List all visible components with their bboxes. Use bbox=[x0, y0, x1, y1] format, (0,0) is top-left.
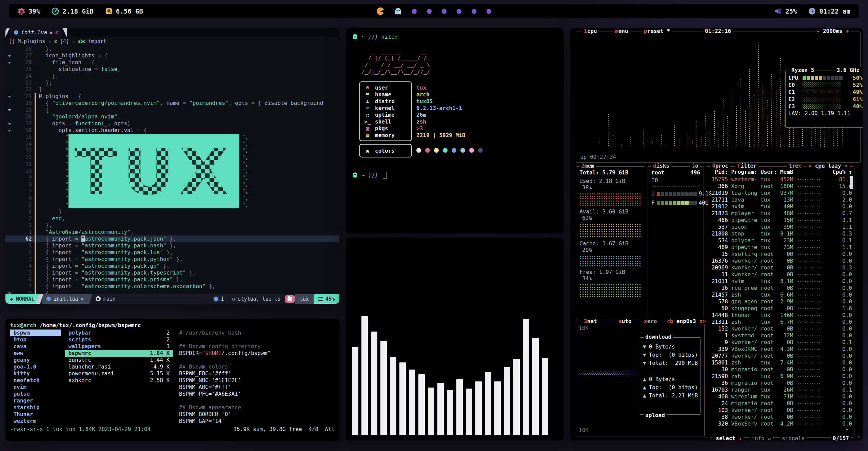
parent-dir-item[interactable]: goa-1.0 bbox=[10, 363, 61, 370]
parent-dir-item[interactable]: eww bbox=[10, 350, 61, 357]
filter-button[interactable]: filter bbox=[735, 163, 758, 169]
tab-close-icon[interactable]: ✗ bbox=[55, 29, 58, 36]
workspace-indicators bbox=[377, 7, 491, 15]
process-row[interactable]: 21311zshtux6.7M0.0 bbox=[708, 319, 852, 325]
process-row[interactable]: 1systemdroot12M0.0 bbox=[708, 332, 852, 339]
process-row[interactable]: 16376kworker/root0B0.0 bbox=[708, 258, 852, 264]
process-row[interactable]: 15ksoftirqroot0B0.0 bbox=[708, 251, 852, 258]
parent-dir-item[interactable]: neofetch bbox=[10, 377, 61, 384]
process-row[interactable]: 578gpg-agenroot2.9M0.0 bbox=[708, 298, 852, 305]
process-row[interactable]: 15795wezterm-tux452M81.7 bbox=[708, 176, 852, 183]
color-dot bbox=[478, 148, 483, 153]
file-list-item[interactable]: scripts2 bbox=[65, 336, 173, 343]
shell-prompt-empty[interactable]: ~ ))) bbox=[352, 171, 557, 179]
workspace-dot[interactable] bbox=[412, 9, 417, 14]
file-list-item[interactable]: polybar2 bbox=[65, 330, 173, 336]
io-mode-button[interactable]: io bbox=[690, 163, 700, 169]
gear-icon: ⚙ bbox=[232, 296, 235, 302]
process-row[interactable]: 320VBoxServroot4.2M0.0 bbox=[708, 420, 852, 427]
code-line: 1 { import = "astrocommunity.pack.bash" … bbox=[5, 242, 339, 249]
parent-dir-item[interactable]: nvim bbox=[10, 384, 61, 391]
update-interval[interactable]: - 2000ms + bbox=[815, 28, 851, 34]
disks-box-title: disks bbox=[651, 163, 671, 169]
code-editor[interactable]: 28 },27 icon_highlights = {26 file_icon … bbox=[5, 45, 339, 294]
process-row[interactable]: 16rcu_preeroot0B0.0 bbox=[708, 285, 852, 292]
file-list-item[interactable]: sxhkdrc2.58 K bbox=[65, 377, 173, 384]
net-auto-button[interactable]: auto bbox=[617, 318, 633, 324]
process-row[interactable]: 537picomtux39M1.1 bbox=[708, 224, 852, 230]
parent-dir-item[interactable]: ranger bbox=[10, 397, 61, 404]
pacman-workspace-icon[interactable] bbox=[377, 7, 384, 15]
diagnostics-count[interactable]: 1 bbox=[210, 296, 228, 302]
process-row[interactable]: 366Xorgroot180M15.6 bbox=[708, 183, 852, 190]
workspace-dot[interactable] bbox=[487, 9, 491, 14]
process-row[interactable]: 36migratioroot0B0.0 bbox=[708, 380, 852, 387]
process-row[interactable]: 50khugepagroot0B1.6 bbox=[708, 305, 852, 312]
process-row[interactable]: 21457zshtux6.6M0.0 bbox=[708, 292, 852, 298]
scroll-up-icon[interactable]: ↑ bbox=[857, 433, 861, 440]
parent-dir-item[interactable]: pulse bbox=[10, 391, 61, 397]
download-stat: ▼Top: (0 bitps) bbox=[640, 351, 701, 359]
process-row[interactable]: 21019lua-langtux937M0.0 bbox=[708, 190, 852, 196]
process-row[interactable]: 24migratioroot0B0.0 bbox=[708, 400, 852, 407]
workspace-dot[interactable] bbox=[442, 9, 447, 14]
parent-dir-item[interactable]: geany bbox=[10, 357, 61, 363]
process-row[interactable]: 534polybartux23M0.1 bbox=[708, 237, 852, 244]
process-row[interactable]: 152kworker/root0B0.0 bbox=[708, 325, 852, 332]
file-list-item[interactable]: powermenu.rasi5.15 K bbox=[65, 370, 173, 377]
process-row[interactable]: 21012nvimtux40M0.0 bbox=[708, 203, 852, 210]
parent-dir-item[interactable]: starship bbox=[10, 404, 61, 411]
process-row[interactable]: 21011nvimtux8.1M0.0 bbox=[708, 278, 852, 285]
parent-dir-item[interactable]: cava bbox=[10, 343, 61, 350]
process-row[interactable]: 30migratioroot0B0.0 bbox=[708, 366, 852, 373]
parent-dir-item[interactable]: btop bbox=[10, 336, 61, 343]
parent-dir-item[interactable]: bspwm bbox=[10, 330, 61, 336]
process-row[interactable]: 11kworker/root0B0.0 bbox=[708, 271, 852, 278]
process-row[interactable]: 15801zshtux7.4M0.0 bbox=[708, 359, 852, 366]
menu-button[interactable]: menu bbox=[613, 28, 630, 34]
scroll-down-icon[interactable]: ↓ bbox=[845, 425, 849, 431]
workspace-dot[interactable] bbox=[457, 9, 461, 14]
process-row[interactable]: 339VBoxDRMCroot4.3M0.0 bbox=[708, 346, 852, 353]
info-button[interactable]: info ↵ bbox=[750, 435, 773, 440]
process-row[interactable]: 466pipewiretux15M3.1 bbox=[708, 217, 852, 224]
file-list-item[interactable]: launcher.rasi4.9 K bbox=[65, 363, 173, 370]
process-row[interactable]: 9kworker/root0B0.1 bbox=[708, 339, 852, 346]
preset-button[interactable]: preset * bbox=[642, 28, 672, 34]
scrollbar[interactable] bbox=[850, 176, 853, 189]
ghost-workspace-icon[interactable] bbox=[394, 7, 402, 15]
process-row[interactable]: 21711cavatux13M2.0 bbox=[708, 196, 852, 203]
workspace-dot[interactable] bbox=[427, 9, 432, 14]
process-row[interactable]: 20777kworker/root0B0.0 bbox=[708, 353, 852, 359]
tab-init-lua[interactable]: init.lua ● ✗ bbox=[10, 28, 62, 37]
net-interface-selector[interactable]: <b enp0s3 n> bbox=[665, 318, 708, 324]
nitch-terminal-window[interactable]: ~ ))) nitch _ ___ __ __ / |/ (_) /_____/… bbox=[346, 28, 564, 233]
file-list-item[interactable]: dunstrc1.44 K bbox=[65, 357, 173, 363]
workspace-dot[interactable] bbox=[472, 9, 476, 14]
signals-button[interactable]: signals bbox=[780, 435, 806, 440]
parent-dir-item[interactable]: Thunar bbox=[10, 411, 61, 418]
process-row[interactable]: 21808btoptux8.1M0.3 bbox=[708, 230, 852, 237]
file-list-item[interactable]: bspwmrc1.84 K bbox=[65, 350, 173, 357]
file-list-item[interactable]: wallpapers3 bbox=[65, 343, 173, 350]
git-branch[interactable]: main bbox=[91, 294, 120, 304]
process-row[interactable]: 16703rangertux26M0.1 bbox=[708, 387, 852, 393]
process-table-header[interactable]: Pid:Program:User:MemBCpu% ↑ bbox=[708, 169, 852, 176]
parent-dir-item[interactable]: wezterm bbox=[10, 418, 61, 425]
sort-selector[interactable]: < cpu lazy > bbox=[807, 163, 849, 169]
process-row[interactable]: 468wireplumtux31M0.0 bbox=[708, 393, 852, 400]
clock-widget[interactable]: 01:22 am bbox=[808, 7, 850, 15]
process-row[interactable]: 21873mplayertux48M0.7 bbox=[708, 210, 852, 217]
process-box: 4proc filter tree < cpu lazy > Pid:Progr… bbox=[706, 166, 854, 438]
process-row[interactable]: 14448thunartux146M0.0 bbox=[708, 312, 852, 319]
tree-button[interactable]: tree bbox=[787, 163, 804, 169]
process-row[interactable]: 38kworker/root0B0.0 bbox=[708, 414, 852, 420]
process-row[interactable]: 20969kworker/root0B0.3 bbox=[708, 264, 852, 271]
select-buttons[interactable]: ↑ select ↓ bbox=[708, 435, 744, 440]
process-row[interactable]: 103kworker/root0B0.0 bbox=[708, 407, 852, 414]
parent-dir-item[interactable]: kitty bbox=[10, 370, 61, 377]
volume-control[interactable]: 25% bbox=[774, 7, 797, 15]
net-zero-button[interactable]: zero bbox=[642, 318, 659, 324]
process-row[interactable]: 21590zshtux6.9M0.0 bbox=[708, 373, 852, 380]
process-row[interactable]: 469pipewiretux23M1.1 bbox=[708, 244, 852, 251]
